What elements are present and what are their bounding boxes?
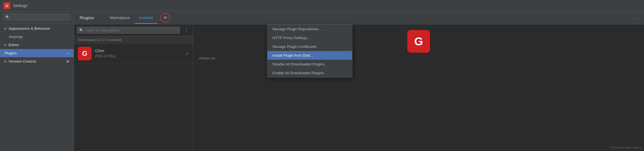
- sidebar-item-label: Version Control: [9, 59, 36, 63]
- detail-logo: G: [407, 30, 430, 53]
- plugin-section-label: Downloaded (2 of 2 enabled): [74, 36, 193, 44]
- plugin-search-bar: 🔍 ⋮: [74, 24, 193, 36]
- dropdown-item-manage-repos[interactable]: Manage Plugin Repositories…: [267, 25, 352, 33]
- watermark: CSDN @斗轮机上背单词: [610, 146, 642, 150]
- plugin-search-wrap[interactable]: 🔍: [77, 27, 180, 34]
- right-panel: Plugins Marketplace Installed ← 🔍: [74, 11, 644, 151]
- plugin-detail: G Allows wo: [193, 24, 644, 151]
- sidebar-search-input[interactable]: [11, 15, 68, 19]
- titlebar: IJ Settings: [0, 0, 644, 11]
- plugin-logo-gitee: G: [78, 47, 92, 60]
- svg-text:IJ: IJ: [5, 4, 8, 8]
- plugin-checkbox[interactable]: ✓: [185, 51, 189, 56]
- dropdown-item-manage-certs[interactable]: Manage Plugin Certificates: [267, 42, 352, 51]
- expand-icon: ▶: [5, 27, 7, 30]
- plugins-title: Plugins: [80, 16, 94, 20]
- plugins-icon: ▣: [66, 51, 69, 55]
- app-logo: IJ: [3, 2, 10, 9]
- sidebar-search-wrap[interactable]: 🔍: [3, 14, 71, 21]
- plugin-item-gitee[interactable]: G Gitee 2022.2.0 码云 ✓: [74, 44, 193, 63]
- plugin-info-gitee: Gitee 2022.2.0 码云: [95, 48, 182, 59]
- tab-marketplace[interactable]: Marketplace: [105, 12, 135, 24]
- sidebar-item-appearance-behavior[interactable]: ▶ Appearance & Behavior: [0, 24, 74, 33]
- search-icon: 🔍: [5, 15, 10, 19]
- dropdown-item-install-from-disk[interactable]: Install Plugin from Disk…: [267, 51, 352, 60]
- dropdown-item-enable-all[interactable]: Enable All Downloaded Plugins: [267, 69, 352, 77]
- plugin-name: Gitee: [95, 48, 182, 53]
- version-control-icon: ▣: [66, 59, 69, 63]
- sidebar-nav: ▶ Appearance & Behavior Keymap ▶ Editor …: [0, 23, 74, 151]
- sidebar-item-version-control[interactable]: ▶ Version Control ▣: [0, 57, 74, 65]
- dropdown-item-http-proxy[interactable]: HTTP Proxy Settings…: [267, 33, 352, 42]
- sidebar-item-label: Plugins: [5, 51, 17, 55]
- plugins-body: 🔍 ⋮ Downloaded (2 of 2 enabled) G Gitee …: [74, 24, 644, 151]
- expand-icon: ▶: [5, 43, 7, 46]
- sidebar: 🔍 ▶ Appearance & Behavior Keymap ▶ Edito…: [0, 11, 74, 151]
- plugin-version: 2022.2.0 码云: [95, 54, 182, 59]
- expand-icon: ▶: [5, 60, 7, 63]
- plugin-search-input[interactable]: [85, 28, 177, 32]
- plugins-header: Plugins Marketplace Installed ←: [74, 11, 644, 24]
- detail-text: Allows wo: [199, 56, 638, 61]
- sidebar-item-keymap[interactable]: Keymap: [0, 33, 74, 41]
- sidebar-item-label: Keymap: [9, 35, 23, 39]
- sidebar-item-label: Editor: [9, 43, 19, 47]
- back-button[interactable]: ←: [630, 14, 638, 22]
- gear-dropdown-menu: Manage Plugin Repositories… HTTP Proxy S…: [267, 24, 352, 78]
- sidebar-search-bar: 🔍: [0, 11, 74, 23]
- sidebar-item-editor[interactable]: ▶ Editor: [0, 41, 74, 49]
- sidebar-item-label: Appearance & Behavior: [9, 26, 50, 31]
- window-title: Settings: [13, 3, 28, 8]
- main-content: 🔍 ▶ Appearance & Behavior Keymap ▶ Edito…: [0, 11, 644, 151]
- more-options-button[interactable]: ⋮: [182, 27, 190, 33]
- tab-installed[interactable]: Installed: [134, 12, 157, 24]
- gear-button[interactable]: [160, 13, 170, 23]
- plugin-list: 🔍 ⋮ Downloaded (2 of 2 enabled) G Gitee …: [74, 24, 193, 151]
- search-icon: 🔍: [79, 28, 84, 32]
- sidebar-item-plugins[interactable]: Plugins ▣: [0, 49, 74, 57]
- dropdown-item-disable-all[interactable]: Disable All Downloaded Plugins: [267, 60, 352, 69]
